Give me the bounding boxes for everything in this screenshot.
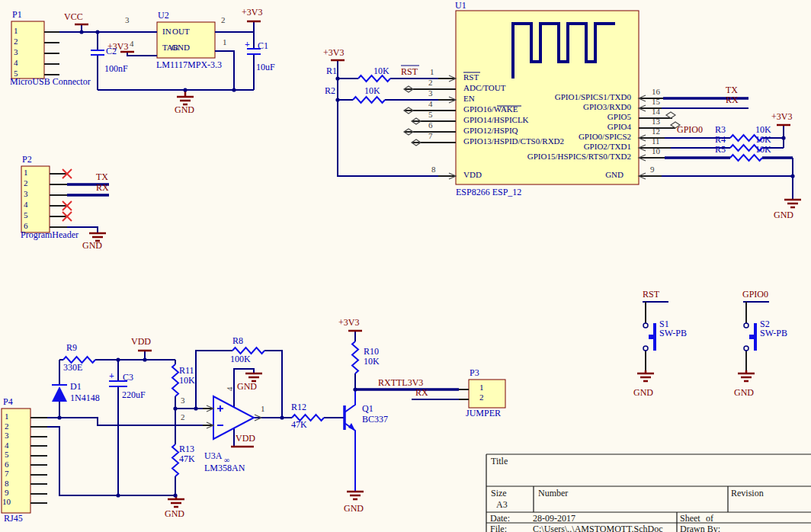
rxttl3v3-net-label[interactable]: RXTTL3V3 <box>378 378 423 387</box>
p3-body[interactable] <box>469 380 505 408</box>
r5-designator[interactable]: R5 <box>715 145 726 154</box>
power-symbols[interactable] <box>75 21 801 507</box>
vdd-power-label[interactable]: VDD <box>131 337 151 346</box>
p2-description[interactable]: ProgramHeader <box>21 230 79 239</box>
r9-designator[interactable]: R9 <box>66 343 77 352</box>
gpio0-net-label[interactable]: GPIO0 <box>742 290 768 299</box>
r8-value[interactable]: 100K <box>230 354 251 364</box>
u1-pin-number-14: 14 <box>652 107 660 116</box>
p2-pin-1: 1 <box>24 168 28 177</box>
q1-value[interactable]: BC337 <box>362 415 388 424</box>
p3v3-power-label[interactable]: +3V3 <box>242 8 262 17</box>
p3-pin-1: 1 <box>479 383 484 392</box>
r11-value[interactable]: 10K <box>179 376 195 385</box>
u3a-designator[interactable]: U3A <box>204 451 222 460</box>
r13-designator[interactable]: R13 <box>179 444 194 453</box>
r10-value[interactable]: 10K <box>364 357 380 366</box>
u2-pin-number-gnd: 1 <box>223 38 227 46</box>
u1-pin-number-13: 13 <box>652 117 660 126</box>
p3-designator[interactable]: P3 <box>470 368 479 377</box>
c2-designator[interactable]: C2 <box>106 46 117 56</box>
gnd-power-label[interactable]: GND <box>633 388 653 397</box>
r4-designator[interactable]: R4 <box>715 135 726 144</box>
vdd-power-label[interactable]: VDD <box>236 434 255 443</box>
r8-designator[interactable]: R8 <box>232 336 243 345</box>
r1-designator[interactable]: R1 <box>326 66 337 75</box>
r3-value[interactable]: 10K <box>755 125 771 134</box>
u2-pin-number-out: 2 <box>221 16 226 24</box>
rx-net-label[interactable]: RX <box>726 95 739 104</box>
p3v3-power-label[interactable]: +3V3 <box>323 48 344 57</box>
gnd-power-label[interactable]: GND <box>774 210 793 220</box>
r3-designator[interactable]: R3 <box>715 125 726 134</box>
s1-value[interactable]: SW-PB <box>659 328 687 338</box>
u1-pin-number-5: 5 <box>428 111 433 119</box>
rx-net-label[interactable]: RX <box>96 183 109 192</box>
r2-value[interactable]: 10K <box>364 86 380 95</box>
s2-value[interactable]: SW-PB <box>760 328 787 338</box>
r12-value[interactable]: 47K <box>291 420 307 429</box>
rst-net-label[interactable]: RST <box>401 67 418 76</box>
r9-value[interactable]: 330E <box>63 363 82 372</box>
r11-designator[interactable]: R11 <box>179 366 194 375</box>
p1-designator[interactable]: P1 <box>12 10 22 19</box>
p4-pin-9: 9 <box>5 489 9 497</box>
gnd-power-label[interactable]: GND <box>82 241 102 250</box>
p3-description[interactable]: JUMPER <box>466 409 501 418</box>
r5-value[interactable]: 10K <box>755 145 771 154</box>
u2-designator[interactable]: U2 <box>158 11 169 20</box>
u1-designator[interactable]: U1 <box>455 1 466 10</box>
u1-pin-number-4: 4 <box>428 100 433 108</box>
p4-designator[interactable]: P4 <box>3 397 13 406</box>
p4-description[interactable]: RJ45 <box>4 514 23 523</box>
p1-pin-2: 2 <box>14 37 18 46</box>
p3v3-power-label[interactable]: +3V3 <box>338 318 359 327</box>
p1-pin-3: 3 <box>14 48 18 56</box>
d1-designator[interactable]: D1 <box>70 382 82 391</box>
tx-net-label[interactable]: TX <box>96 172 108 181</box>
gnd-power-label[interactable]: GND <box>237 382 257 391</box>
r2-designator[interactable]: R2 <box>325 86 335 95</box>
p4-pin-2: 2 <box>5 422 9 431</box>
title-block-sheet-label: Sheet <box>680 514 700 523</box>
c3-designator[interactable]: C3 <box>123 373 133 382</box>
wire[interactable] <box>47 22 793 495</box>
u1-pin-name-gpio15: GPIO15/HSPICS/RTS0/TXD2 <box>482 152 631 161</box>
rx-net-label[interactable]: RX <box>415 388 428 397</box>
title-block-revision-label: Revision <box>731 489 764 498</box>
s2-actuator[interactable] <box>754 323 757 351</box>
c1-designator[interactable]: C1 <box>258 41 268 50</box>
u1-value[interactable]: ESP8266 ESP_12 <box>456 187 521 197</box>
gnd-power-label[interactable]: GND <box>734 388 754 397</box>
u1-pin-number-2: 2 <box>428 79 433 87</box>
gpio0-net-label[interactable]: GPIO0 <box>677 125 703 134</box>
r4-value[interactable]: 10K <box>755 135 771 144</box>
r10-designator[interactable]: R10 <box>364 347 379 356</box>
r12-designator[interactable]: R12 <box>291 402 306 412</box>
r1-value[interactable]: 10K <box>373 66 389 75</box>
gnd-power-label[interactable]: GND <box>344 504 364 513</box>
c3-polarity-icon: + <box>109 371 114 380</box>
q1-designator[interactable]: Q1 <box>362 404 373 413</box>
vcc-power-label[interactable]: VCC <box>64 12 83 21</box>
u2-value[interactable]: LM1117MPX-3.3 <box>156 60 222 69</box>
c2-value[interactable]: 100nF <box>104 64 128 73</box>
title-block-title-label: Title <box>491 457 508 466</box>
p3v3-power-label[interactable]: +3V3 <box>771 112 792 121</box>
p2-designator[interactable]: P2 <box>22 155 32 164</box>
c1-value[interactable]: 10uF <box>256 62 275 72</box>
u3a-value[interactable]: LM358AN <box>204 463 245 473</box>
gnd-power-label[interactable]: GND <box>175 105 194 114</box>
title-block-file-label: File: <box>490 524 507 532</box>
gnd-power-label[interactable]: GND <box>165 509 184 518</box>
d1-value[interactable]: 1N4148 <box>70 393 100 402</box>
p4-pin-5: 5 <box>5 450 9 459</box>
p1-description[interactable]: MicroUSB Connector <box>10 77 91 86</box>
c3-value[interactable]: 220uF <box>122 390 146 399</box>
r13-value[interactable]: 47K <box>179 454 195 463</box>
tx-net-label[interactable]: TX <box>726 85 738 95</box>
title-block-number-label: Number <box>538 489 568 498</box>
d1-diode-icon[interactable] <box>52 386 67 402</box>
rst-net-label[interactable]: RST <box>643 290 659 299</box>
s1-actuator[interactable] <box>653 323 656 351</box>
